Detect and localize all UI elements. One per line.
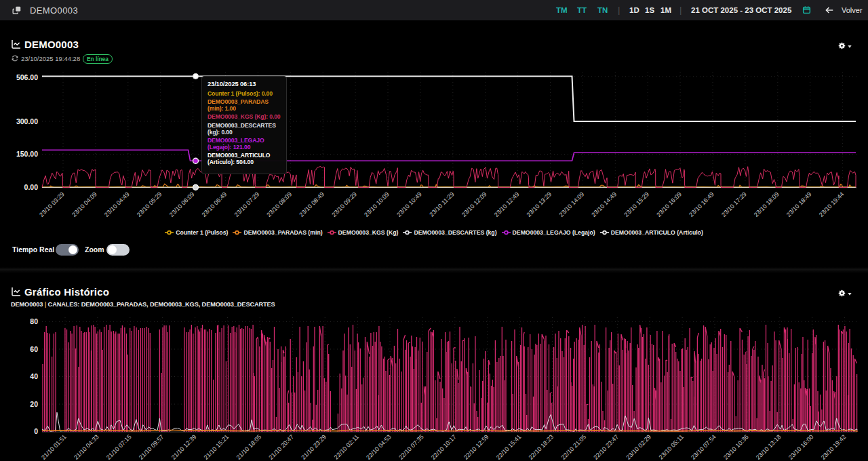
svg-text:23/10 05:29: 23/10 05:29	[136, 191, 163, 218]
svg-text:21/10 20:47: 21/10 20:47	[267, 433, 295, 461]
svg-text:60: 60	[30, 345, 38, 353]
svg-text:0.00: 0.00	[24, 183, 39, 191]
svg-text:23/10 02:29: 23/10 02:29	[625, 433, 652, 461]
svg-text:21/10 18:05: 21/10 18:05	[235, 433, 263, 461]
svg-text:23/10 13:29: 23/10 13:29	[526, 191, 553, 218]
svg-text:21/10 12:39: 21/10 12:39	[170, 433, 198, 461]
svg-text:23/10 09:29: 23/10 09:29	[330, 191, 358, 218]
svg-text:22/10 04:53: 22/10 04:53	[365, 433, 393, 461]
svg-text:23/10 16:49: 23/10 16:49	[688, 191, 715, 218]
svg-text:23/10 15:29: 23/10 15:29	[623, 191, 650, 218]
svg-text:23/10 06:09: 23/10 06:09	[168, 191, 196, 218]
svg-text:23/10 10:49: 23/10 10:49	[395, 191, 423, 218]
svg-text:23/10 07:54: 23/10 07:54	[690, 433, 717, 461]
svg-text:506.00: 506.00	[16, 73, 38, 81]
svg-text:23/10 19:42: 23/10 19:42	[820, 433, 848, 461]
svg-text:20: 20	[30, 400, 38, 408]
svg-text:21/10 09:57: 21/10 09:57	[138, 433, 165, 461]
svg-text:23/10 13:18: 23/10 13:18	[755, 433, 783, 461]
svg-text:23/10 16:09: 23/10 16:09	[655, 191, 683, 218]
svg-text:21/10 04:33: 21/10 04:33	[73, 433, 100, 461]
svg-text:22/10 10:17: 22/10 10:17	[430, 433, 458, 461]
svg-text:0: 0	[34, 427, 38, 435]
svg-text:23/10 19:44: 23/10 19:44	[818, 191, 846, 218]
svg-text:23/10 14:49: 23/10 14:49	[590, 191, 618, 218]
svg-text:23/10 03:29: 23/10 03:29	[38, 191, 66, 218]
svg-text:23/10 04:49: 23/10 04:49	[103, 191, 131, 218]
svg-text:23/10 10:09: 23/10 10:09	[363, 191, 391, 218]
svg-text:22/10 23:47: 22/10 23:47	[592, 433, 620, 461]
svg-text:23/10 18:09: 23/10 18:09	[753, 191, 781, 218]
svg-text:21/10 15:21: 21/10 15:21	[203, 433, 231, 461]
svg-text:23/10 08:49: 23/10 08:49	[298, 191, 326, 218]
svg-text:40: 40	[30, 372, 38, 380]
svg-text:23/10 08:09: 23/10 08:09	[265, 191, 293, 218]
svg-text:23/10 16:00: 23/10 16:00	[787, 433, 815, 461]
svg-text:23/10 12:09: 23/10 12:09	[460, 191, 488, 218]
svg-text:21/10 23:29: 21/10 23:29	[300, 433, 328, 461]
svg-text:23/10 10:36: 23/10 10:36	[722, 433, 750, 461]
svg-text:22/10 18:23: 22/10 18:23	[528, 433, 555, 461]
svg-text:23/10 14:09: 23/10 14:09	[558, 191, 586, 218]
svg-text:23/10 06:49: 23/10 06:49	[201, 191, 229, 218]
svg-text:300.00: 300.00	[16, 117, 38, 125]
svg-text:80: 80	[30, 317, 38, 325]
svg-text:22/10 15:41: 22/10 15:41	[495, 433, 523, 461]
svg-text:22/10 12:59: 22/10 12:59	[462, 433, 490, 461]
svg-text:21/10 01:51: 21/10 01:51	[40, 433, 68, 461]
svg-text:21/10 07:15: 21/10 07:15	[105, 433, 133, 461]
svg-text:23/10 18:49: 23/10 18:49	[785, 191, 813, 218]
svg-text:22/10 02:11: 22/10 02:11	[333, 433, 360, 460]
svg-text:150.00: 150.00	[16, 150, 38, 158]
svg-text:23/10 07:29: 23/10 07:29	[233, 191, 261, 218]
svg-text:22/10 07:35: 22/10 07:35	[397, 433, 425, 461]
svg-text:22/10 21:05: 22/10 21:05	[560, 433, 588, 461]
svg-text:23/10 12:49: 23/10 12:49	[493, 191, 521, 218]
svg-text:23/10 05:11: 23/10 05:11	[658, 433, 685, 460]
svg-text:23/10 11:29: 23/10 11:29	[428, 191, 455, 218]
svg-text:23/10 17:29: 23/10 17:29	[720, 191, 748, 218]
svg-text:23/10 04:09: 23/10 04:09	[71, 191, 98, 218]
